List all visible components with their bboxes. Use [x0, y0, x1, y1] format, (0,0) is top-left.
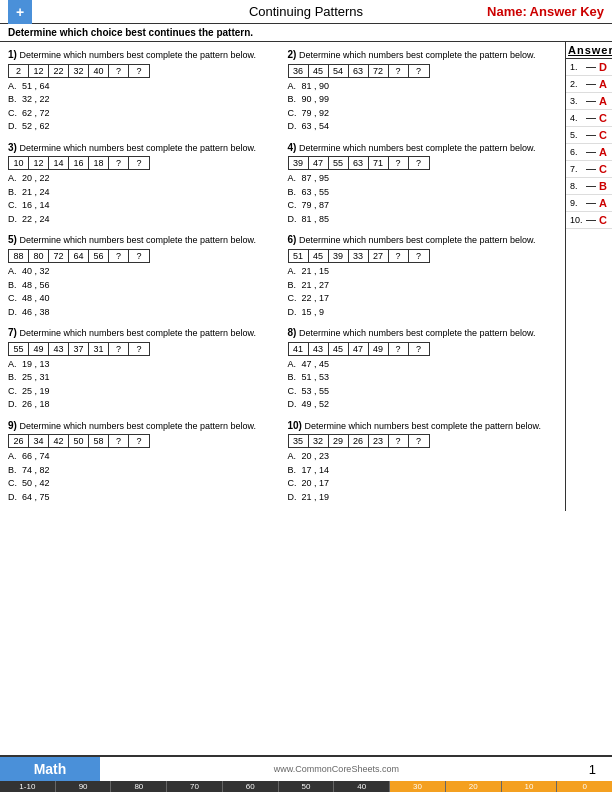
answer-num: 2.: [570, 79, 586, 89]
score-cell-7: 30: [390, 781, 446, 792]
score-cell-4: 60: [223, 781, 279, 792]
choice-letter: C.: [8, 477, 20, 491]
questions-area: 1) Determine which numbers best complete…: [0, 42, 565, 511]
choice-1-1: B. 32 , 22: [8, 93, 278, 107]
choice-2-0: A. 81 , 90: [288, 80, 558, 94]
score-bar: 1-109080706050403020100: [0, 781, 612, 792]
choice-7-3: D. 26 , 18: [8, 398, 278, 412]
answer-val: C: [598, 129, 608, 141]
pattern-cell-2: 72: [49, 250, 69, 262]
choice-10-1: B. 17 , 14: [288, 464, 558, 478]
answer-line: [586, 101, 596, 102]
choice-val: 52 , 62: [22, 120, 50, 134]
pattern-cell-5: ?: [109, 157, 129, 169]
questions-grid: 1) Determine which numbers best complete…: [6, 46, 559, 507]
answer-line: [586, 169, 596, 170]
answer-val: A: [598, 78, 608, 90]
pattern-cell-1: 45: [309, 250, 329, 262]
pattern-cell-0: 51: [289, 250, 309, 262]
pattern-cell-3: 47: [349, 343, 369, 355]
choice-letter: D.: [288, 398, 300, 412]
choice-letter: D.: [288, 120, 300, 134]
choice-val: 47 , 45: [302, 358, 330, 372]
choice-val: 51 , 64: [22, 80, 50, 94]
score-cell-8: 20: [446, 781, 502, 792]
question-block-8: 8) Determine which numbers best complete…: [286, 324, 560, 415]
pattern-box: 3947556371??: [288, 156, 430, 170]
pattern-cell-0: 10: [9, 157, 29, 169]
pattern-cell-5: ?: [109, 343, 129, 355]
choice-letter: D.: [8, 491, 20, 505]
question-text: Determine which numbers best complete th…: [299, 50, 536, 60]
choice-val: 87 , 95: [302, 172, 330, 186]
answer-num: 4.: [570, 113, 586, 123]
footer-website: www.CommonCoreSheets.com: [100, 764, 573, 774]
answer-val: D: [598, 61, 608, 73]
pattern-cell-1: 12: [29, 157, 49, 169]
pattern-cell-0: 41: [289, 343, 309, 355]
answer-row-10: 10. C: [566, 212, 612, 229]
footer-top: Math www.CommonCoreSheets.com 1: [0, 757, 612, 781]
choice-letter: B.: [8, 371, 20, 385]
answer-val: A: [598, 146, 608, 158]
choice-letter: C.: [288, 385, 300, 399]
pattern-box: 5145393327??: [288, 249, 430, 263]
choice-9-2: C. 50 , 42: [8, 477, 278, 491]
pattern-cell-6: ?: [129, 435, 149, 447]
choice-val: 79 , 92: [302, 107, 330, 121]
pattern-box: 5549433731??: [8, 342, 150, 356]
pattern-cell-1: 12: [29, 65, 49, 77]
choice-val: 81 , 85: [302, 213, 330, 227]
choice-val: 79 , 87: [302, 199, 330, 213]
pattern-cell-2: 39: [329, 250, 349, 262]
answer-num: 1.: [570, 62, 586, 72]
question-block-5: 5) Determine which numbers best complete…: [6, 231, 280, 322]
choice-val: 64 , 75: [22, 491, 50, 505]
choice-letter: B.: [288, 93, 300, 107]
choice-1-0: A. 51 , 64: [8, 80, 278, 94]
choice-10-2: C. 20 , 17: [288, 477, 558, 491]
choices: A. 87 , 95 B. 63 , 55 C. 79 , 87 D. 81 ,…: [288, 172, 558, 226]
choice-letter: B.: [288, 464, 300, 478]
choice-val: 15 , 9: [302, 306, 325, 320]
answers-header: Answers: [566, 42, 612, 59]
choice-letter: A.: [288, 450, 300, 464]
score-cell-3: 70: [167, 781, 223, 792]
question-block-1: 1) Determine which numbers best complete…: [6, 46, 280, 137]
pattern-cell-0: 36: [289, 65, 309, 77]
answer-num: 7.: [570, 164, 586, 174]
choices: A. 51 , 64 B. 32 , 22 C. 62 , 72 D. 52 ,…: [8, 80, 278, 134]
question-text: Determine which numbers best complete th…: [19, 50, 256, 60]
choice-val: 53 , 55: [302, 385, 330, 399]
choice-val: 81 , 90: [302, 80, 330, 94]
choice-3-0: A. 20 , 22: [8, 172, 278, 186]
pattern-cell-5: ?: [389, 435, 409, 447]
choice-val: 50 , 42: [22, 477, 50, 491]
pattern-cell-3: 64: [69, 250, 89, 262]
choice-letter: C.: [288, 107, 300, 121]
choice-val: 51 , 53: [302, 371, 330, 385]
choice-letter: C.: [288, 199, 300, 213]
choice-2-3: D. 63 , 54: [288, 120, 558, 134]
choice-10-3: D. 21 , 19: [288, 491, 558, 505]
choices: A. 19 , 13 B. 25 , 31 C. 25 , 19 D. 26 ,…: [8, 358, 278, 412]
pattern-cell-0: 39: [289, 157, 309, 169]
score-cell-10: 0: [557, 781, 612, 792]
choice-val: 16 , 14: [22, 199, 50, 213]
pattern-cell-0: 55: [9, 343, 29, 355]
pattern-cell-5: ?: [109, 65, 129, 77]
choice-val: 26 , 18: [22, 398, 50, 412]
choice-1-3: D. 52 , 62: [8, 120, 278, 134]
choice-val: 48 , 40: [22, 292, 50, 306]
question-text: Determine which numbers best complete th…: [19, 143, 256, 153]
pattern-cell-5: ?: [389, 343, 409, 355]
answer-row-6: 6. A: [566, 144, 612, 161]
choices: A. 47 , 45 B. 51 , 53 C. 53 , 55 D. 49 ,…: [288, 358, 558, 412]
choice-letter: A.: [288, 80, 300, 94]
pattern-cell-1: 32: [309, 435, 329, 447]
choice-5-3: D. 46 , 38: [8, 306, 278, 320]
answer-num: 5.: [570, 130, 586, 140]
answer-key-label: Answer Key: [530, 4, 604, 19]
choice-9-1: B. 74 , 82: [8, 464, 278, 478]
answer-val: C: [598, 163, 608, 175]
